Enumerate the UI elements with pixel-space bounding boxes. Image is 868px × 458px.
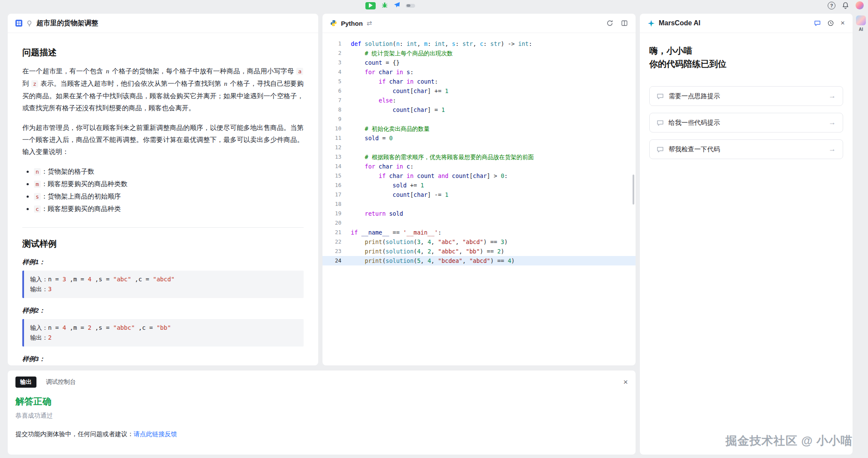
code-token: : bbox=[393, 97, 396, 104]
code-line[interactable]: 18 bbox=[322, 199, 636, 209]
feedback-link[interactable]: 请点此链接反馈 bbox=[134, 431, 178, 437]
line-number: 15 bbox=[322, 171, 351, 181]
ai-close-icon[interactable]: × bbox=[841, 19, 845, 27]
layout-toggle[interactable] bbox=[406, 4, 415, 8]
split-editor-icon[interactable] bbox=[621, 20, 628, 27]
code-line[interactable]: 20 bbox=[322, 218, 636, 228]
code-text: def solution(n: int, m: int, s: str, c: … bbox=[351, 39, 532, 48]
code-token: 1 bbox=[441, 106, 445, 113]
suggestion-label: 需要一点思路提示 bbox=[669, 92, 824, 100]
text-token: "abbc" bbox=[113, 324, 135, 331]
editor-scrollbar[interactable] bbox=[633, 175, 634, 205]
code-line[interactable]: 24 print(solution(5, 4, "bcdea", "abcd")… bbox=[322, 256, 636, 265]
history-clock-icon[interactable] bbox=[827, 20, 834, 27]
tab-output[interactable]: 输出 bbox=[15, 377, 36, 388]
code-token: count bbox=[393, 87, 410, 94]
bug-icon bbox=[381, 2, 388, 10]
code-line[interactable]: 5 if char in count: bbox=[322, 77, 636, 86]
math-var: n bbox=[223, 80, 228, 87]
text-token: "bb" bbox=[157, 324, 171, 331]
code-text: return sold bbox=[351, 209, 403, 218]
code-line[interactable]: 14 for char in c: bbox=[322, 162, 636, 171]
code-token: count bbox=[393, 106, 410, 113]
code-token bbox=[351, 248, 365, 255]
code-line[interactable]: 17 count[char] -= 1 bbox=[322, 190, 636, 199]
example-block: 输入：n = 3 ,m = 4 ,s = "abc" ,c = "abcd"输出… bbox=[22, 271, 304, 298]
code-token bbox=[403, 78, 407, 85]
language-swap-icon[interactable]: ⇄ bbox=[367, 19, 372, 27]
ai-pet-avatar[interactable] bbox=[856, 15, 866, 25]
code-line[interactable]: 1def solution(n: int, m: int, s: str, c:… bbox=[322, 39, 636, 48]
code-line[interactable]: 23 print(solution(4, 2, "abbc", "bb") ==… bbox=[322, 247, 636, 256]
ai-suggestion-card[interactable]: 需要一点思路提示→ bbox=[649, 86, 843, 106]
console-close-icon[interactable]: × bbox=[623, 378, 628, 386]
code-token bbox=[351, 97, 379, 104]
ai-panel-title: MarsCode AI bbox=[659, 19, 700, 27]
code-line[interactable]: 2 # 统计货架上每个商品的出现次数 bbox=[322, 48, 636, 58]
code-line[interactable]: 21if __name__ == '__main__': bbox=[322, 228, 636, 237]
code-token: "bb" bbox=[466, 248, 480, 255]
help-icon[interactable]: ? bbox=[828, 2, 835, 9]
code-line[interactable]: 3 count = {} bbox=[322, 58, 636, 67]
code-line[interactable]: 12 bbox=[322, 143, 636, 152]
code-token: "abc" bbox=[438, 238, 455, 245]
code-line[interactable]: 7 else: bbox=[322, 96, 636, 105]
code-token: , bbox=[421, 248, 428, 255]
line-number: 5 bbox=[322, 77, 351, 86]
code-line[interactable]: 6 count[char] += 1 bbox=[322, 86, 636, 96]
code-token: 0 bbox=[501, 172, 504, 179]
code-line[interactable]: 13 # 根据顾客的需求顺序，优先将顾客最想要的商品放在货架的前面 bbox=[322, 152, 636, 162]
ai-suggestion-card[interactable]: 帮我检查一下代码→ bbox=[649, 139, 843, 159]
text-token: 4 bbox=[88, 276, 91, 283]
text-token: 个格子的货物架，每个格子中放有一种商品，商品用小写字母 bbox=[110, 67, 296, 75]
code-editor[interactable]: 1def solution(n: int, m: int, s: str, c:… bbox=[322, 33, 636, 365]
code-token: # 统计货架上每个商品的出现次数 bbox=[365, 50, 453, 57]
tab-debug-console[interactable]: 调试控制台 bbox=[46, 378, 76, 386]
code-token: s bbox=[452, 40, 455, 47]
line-number: 13 bbox=[322, 152, 351, 162]
code-line[interactable]: 15 if char in count and count[char] > 0: bbox=[322, 171, 636, 181]
ai-feedback-icon[interactable] bbox=[814, 20, 821, 27]
code-token: , bbox=[421, 238, 428, 245]
code-token: ( bbox=[393, 40, 396, 47]
code-token: count bbox=[393, 191, 410, 198]
code-line[interactable]: 10 # 初始化卖出商品的数量 bbox=[322, 124, 636, 133]
hint-bulb-icon[interactable] bbox=[26, 20, 33, 27]
run-button[interactable] bbox=[365, 2, 376, 9]
code-token: in bbox=[396, 69, 403, 75]
play-icon bbox=[369, 3, 373, 9]
code-token: str bbox=[462, 40, 473, 47]
notification-bell-icon[interactable] bbox=[842, 2, 849, 9]
line-number: 14 bbox=[322, 162, 351, 171]
code-line[interactable]: 8 count[char] = 1 bbox=[322, 105, 636, 114]
code-token: char bbox=[389, 78, 403, 85]
code-token: : bbox=[455, 40, 462, 47]
ai-suggestion-card[interactable]: 给我一些代码提示→ bbox=[649, 113, 843, 133]
code-line[interactable]: 9 bbox=[322, 114, 636, 124]
code-text: else: bbox=[351, 96, 396, 105]
variable-code: c bbox=[34, 205, 41, 213]
code-token: , bbox=[445, 40, 452, 47]
code-line[interactable]: 16 sold += 1 bbox=[322, 181, 636, 190]
code-line[interactable]: 19 return sold bbox=[322, 209, 636, 218]
code-line[interactable]: 4 for char in s: bbox=[322, 67, 636, 77]
line-number: 24 bbox=[322, 256, 351, 265]
code-token: print bbox=[365, 248, 383, 255]
code-text: # 根据顾客的需求顺序，优先将顾客最想要的商品放在货架的前面 bbox=[351, 152, 534, 162]
debug-button[interactable] bbox=[381, 2, 388, 10]
code-text: print(solution(4, 2, "abbc", "bb") == 2) bbox=[351, 247, 504, 256]
code-token: 3 bbox=[501, 238, 504, 245]
code-token bbox=[351, 191, 393, 198]
code-token bbox=[351, 135, 365, 142]
inline-code: z bbox=[31, 80, 38, 87]
code-line[interactable]: 11 sold = 0 bbox=[322, 133, 636, 143]
section-divider bbox=[22, 227, 304, 228]
code-line[interactable]: 22 print(solution(3, 4, "abc", "abcd") =… bbox=[322, 237, 636, 247]
code-token: count bbox=[452, 172, 470, 179]
code-token bbox=[351, 154, 365, 160]
code-token bbox=[351, 172, 379, 179]
submit-button[interactable] bbox=[394, 2, 400, 9]
marscode-spark-icon bbox=[648, 20, 655, 27]
line-number: 12 bbox=[322, 143, 351, 152]
reset-code-icon[interactable] bbox=[606, 20, 613, 27]
